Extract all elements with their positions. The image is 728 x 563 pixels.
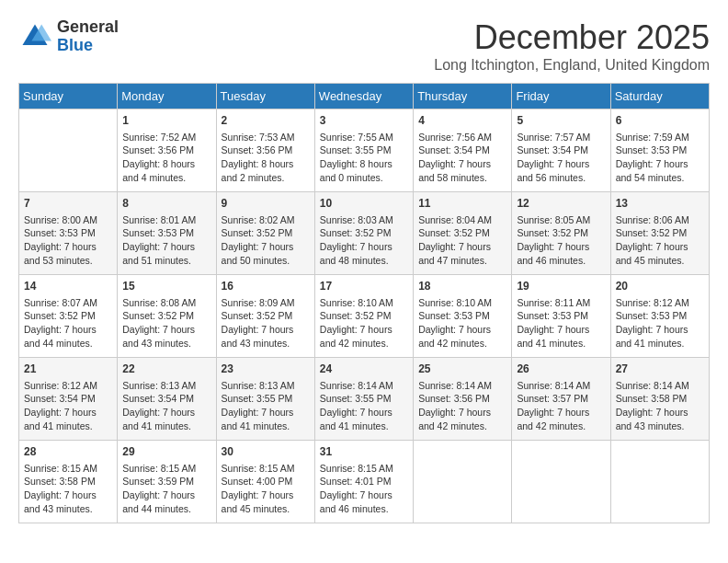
day-info-line: Sunset: 4:01 PM (320, 475, 408, 488)
day-number: 6 (616, 113, 704, 129)
day-info-line: and 42 minutes. (418, 337, 506, 350)
day-info-line: Sunset: 3:52 PM (616, 226, 704, 240)
day-info-line: and 56 minutes. (517, 171, 605, 185)
day-number: 28 (24, 444, 112, 460)
day-number: 12 (517, 196, 605, 212)
calendar-cell: 16Sunrise: 8:09 AMSunset: 3:52 PMDayligh… (216, 275, 314, 358)
day-number: 13 (616, 196, 704, 212)
day-info-line: and 43 minutes. (122, 337, 210, 350)
day-info-line: and 44 minutes. (24, 337, 112, 350)
day-info-line: Sunrise: 8:13 AM (222, 379, 310, 393)
day-info-line: Sunrise: 8:13 AM (122, 379, 210, 393)
calendar-cell: 19Sunrise: 8:11 AMSunset: 3:53 PMDayligh… (512, 275, 610, 358)
day-info-line: Daylight: 7 hours (122, 240, 210, 254)
calendar-week-row: 7Sunrise: 8:00 AMSunset: 3:53 PMDaylight… (19, 192, 710, 275)
calendar-week-row: 1Sunrise: 7:52 AMSunset: 3:56 PMDaylight… (19, 109, 710, 192)
calendar-header-cell: Monday (118, 84, 216, 109)
day-number: 9 (222, 196, 310, 212)
day-info-line: Sunrise: 8:07 AM (24, 296, 112, 310)
day-info-line: Sunrise: 7:59 AM (616, 131, 704, 144)
day-info-line: Daylight: 7 hours (122, 488, 210, 502)
calendar-cell: 8Sunrise: 8:01 AMSunset: 3:53 PMDaylight… (118, 192, 216, 275)
day-info-line: Daylight: 7 hours (418, 406, 506, 419)
day-info-line: Daylight: 7 hours (616, 157, 704, 171)
day-info-line: Sunset: 3:52 PM (320, 226, 408, 240)
day-info-line: and 4 minutes. (122, 171, 210, 185)
calendar-cell: 9Sunrise: 8:02 AMSunset: 3:52 PMDaylight… (216, 192, 314, 275)
day-info-line: Sunrise: 8:09 AM (222, 296, 310, 310)
day-info-line: Sunrise: 7:53 AM (222, 131, 310, 144)
day-info-line: Daylight: 7 hours (222, 240, 310, 254)
calendar-cell: 31Sunrise: 8:15 AMSunset: 4:01 PMDayligh… (314, 441, 413, 523)
day-info-line: Daylight: 7 hours (122, 406, 210, 419)
calendar-cell: 21Sunrise: 8:12 AMSunset: 3:54 PMDayligh… (19, 358, 118, 441)
calendar-cell: 2Sunrise: 7:53 AMSunset: 3:56 PMDaylight… (216, 109, 314, 192)
day-info-line: Sunrise: 8:14 AM (616, 379, 704, 393)
calendar-header-cell: Friday (512, 84, 610, 109)
day-info-line: Sunrise: 8:00 AM (24, 213, 112, 227)
day-info-line: Sunset: 3:52 PM (517, 226, 605, 240)
day-number: 8 (122, 196, 210, 212)
day-info-line: Sunset: 3:53 PM (616, 309, 704, 323)
day-info-line: Sunset: 3:56 PM (418, 392, 506, 406)
title-section: December 2025 Long Itchington, England, … (434, 18, 710, 74)
day-number: 29 (122, 444, 210, 460)
day-info-line: and 54 minutes. (616, 171, 704, 185)
day-info-line: Sunset: 3:53 PM (418, 309, 506, 323)
logo-text: General Blue (57, 18, 119, 55)
day-info-line: and 44 minutes. (122, 502, 210, 516)
day-number: 27 (616, 362, 704, 377)
day-info-line: and 41 minutes. (24, 419, 112, 433)
calendar-table: SundayMondayTuesdayWednesdayThursdayFrid… (18, 83, 710, 523)
calendar-cell: 4Sunrise: 7:56 AMSunset: 3:54 PMDaylight… (414, 109, 512, 192)
calendar-cell (19, 109, 118, 192)
day-info-line: Sunset: 3:54 PM (122, 392, 210, 406)
day-info-line: Sunrise: 8:08 AM (122, 296, 210, 310)
day-info-line: Sunrise: 8:14 AM (320, 379, 408, 393)
day-info-line: Sunrise: 8:12 AM (616, 296, 704, 310)
calendar-cell: 10Sunrise: 8:03 AMSunset: 3:52 PMDayligh… (314, 192, 413, 275)
day-info-line: Sunrise: 8:12 AM (24, 379, 112, 393)
day-info-line: Daylight: 7 hours (418, 240, 506, 254)
day-info-line: Sunrise: 8:06 AM (616, 213, 704, 227)
day-info-line: and 41 minutes. (616, 337, 704, 350)
day-info-line: Sunrise: 7:56 AM (418, 131, 506, 144)
day-info-line: Sunset: 3:54 PM (24, 392, 112, 406)
day-number: 30 (222, 444, 310, 460)
calendar-header-cell: Sunday (19, 84, 118, 109)
day-info-line: and 45 minutes. (616, 254, 704, 268)
day-number: 25 (418, 362, 506, 377)
calendar-cell: 15Sunrise: 8:08 AMSunset: 3:52 PMDayligh… (118, 275, 216, 358)
day-number: 18 (418, 279, 506, 294)
page-header: General Blue December 2025 Long Itchingt… (18, 18, 710, 74)
day-info-line: and 45 minutes. (222, 502, 310, 516)
calendar-cell: 17Sunrise: 8:10 AMSunset: 3:52 PMDayligh… (314, 275, 413, 358)
day-info-line: Sunset: 3:52 PM (122, 309, 210, 323)
day-info-line: Sunset: 3:52 PM (320, 309, 408, 323)
day-info-line: Daylight: 8 hours (320, 157, 408, 171)
day-info-line: Daylight: 7 hours (24, 406, 112, 419)
calendar-cell: 18Sunrise: 8:10 AMSunset: 3:53 PMDayligh… (414, 275, 512, 358)
day-number: 21 (24, 362, 112, 377)
calendar-cell: 12Sunrise: 8:05 AMSunset: 3:52 PMDayligh… (512, 192, 610, 275)
day-info-line: and 41 minutes. (517, 337, 605, 350)
day-info-line: Sunset: 3:56 PM (222, 144, 310, 157)
day-info-line: and 41 minutes. (122, 419, 210, 433)
day-number: 14 (24, 279, 112, 294)
day-info-line: Sunset: 3:56 PM (122, 144, 210, 157)
day-info-line: and 2 minutes. (222, 171, 310, 185)
day-info-line: Sunrise: 8:10 AM (320, 296, 408, 310)
day-info-line: Daylight: 8 hours (222, 157, 310, 171)
day-info-line: and 42 minutes. (418, 419, 506, 433)
calendar-cell: 28Sunrise: 8:15 AMSunset: 3:58 PMDayligh… (19, 441, 118, 523)
calendar-cell: 23Sunrise: 8:13 AMSunset: 3:55 PMDayligh… (216, 358, 314, 441)
calendar-body: 1Sunrise: 7:52 AMSunset: 3:56 PMDaylight… (19, 109, 710, 523)
day-info-line: Sunset: 3:55 PM (320, 392, 408, 406)
day-info-line: and 53 minutes. (24, 254, 112, 268)
day-number: 2 (222, 113, 310, 129)
day-info-line: and 58 minutes. (418, 171, 506, 185)
day-info-line: Sunrise: 8:15 AM (320, 462, 408, 476)
day-info-line: Daylight: 7 hours (320, 488, 408, 502)
day-info-line: and 42 minutes. (517, 419, 605, 433)
day-info-line: Sunset: 3:52 PM (222, 226, 310, 240)
